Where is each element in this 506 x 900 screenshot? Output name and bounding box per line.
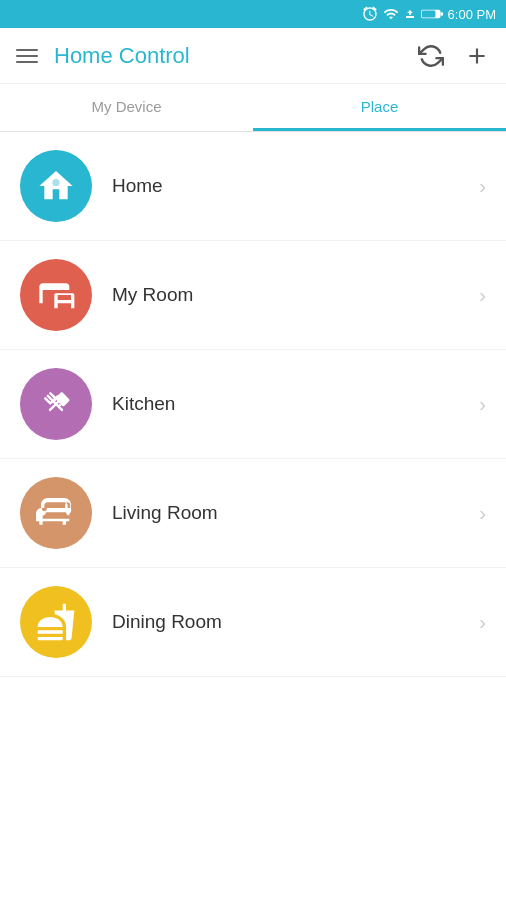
alarm-icon (362, 6, 378, 22)
room-icon (36, 275, 76, 315)
list-item-my-room[interactable]: My Room › (0, 241, 506, 350)
home-chevron: › (479, 175, 486, 198)
sofa-icon (36, 493, 76, 533)
my-room-icon-circle (20, 259, 92, 331)
list-item-living-room[interactable]: Living Room › (0, 459, 506, 568)
dining-room-label: Dining Room (112, 611, 479, 633)
tab-my-device[interactable]: My Device (0, 84, 253, 131)
dining-room-icon-circle (20, 586, 92, 658)
list-item-kitchen[interactable]: Kitchen › (0, 350, 506, 459)
my-room-chevron: › (479, 284, 486, 307)
add-icon (464, 43, 490, 69)
status-bar: 6:00 PM (0, 0, 506, 28)
app-bar-actions (418, 43, 490, 69)
status-icons: 6:00 PM (362, 6, 496, 22)
add-button[interactable] (464, 43, 490, 69)
upload-icon (404, 6, 416, 22)
dining-room-chevron: › (479, 611, 486, 634)
living-room-icon-circle (20, 477, 92, 549)
dining-icon (36, 602, 76, 642)
battery-icon (421, 7, 443, 21)
home-icon (36, 166, 76, 206)
svg-point-4 (53, 179, 60, 186)
status-time: 6:00 PM (448, 7, 496, 22)
svg-rect-2 (440, 12, 443, 15)
home-label: Home (112, 175, 479, 197)
place-list: Home › My Room › (0, 132, 506, 677)
refresh-icon (418, 43, 444, 69)
list-item-home[interactable]: Home › (0, 132, 506, 241)
list-item-dining-room[interactable]: Dining Room › (0, 568, 506, 677)
tab-place[interactable]: Place (253, 84, 506, 131)
tabs: My Device Place (0, 84, 506, 132)
signal-icon (383, 6, 399, 22)
living-room-chevron: › (479, 502, 486, 525)
app-title: Home Control (54, 43, 418, 69)
my-room-label: My Room (112, 284, 479, 306)
app-bar: Home Control (0, 28, 506, 84)
refresh-button[interactable] (418, 43, 444, 69)
kitchen-icon (36, 384, 76, 424)
kitchen-chevron: › (479, 393, 486, 416)
menu-button[interactable] (16, 49, 38, 63)
living-room-label: Living Room (112, 502, 479, 524)
kitchen-icon-circle (20, 368, 92, 440)
kitchen-label: Kitchen (112, 393, 479, 415)
home-icon-circle (20, 150, 92, 222)
svg-rect-1 (421, 11, 435, 18)
